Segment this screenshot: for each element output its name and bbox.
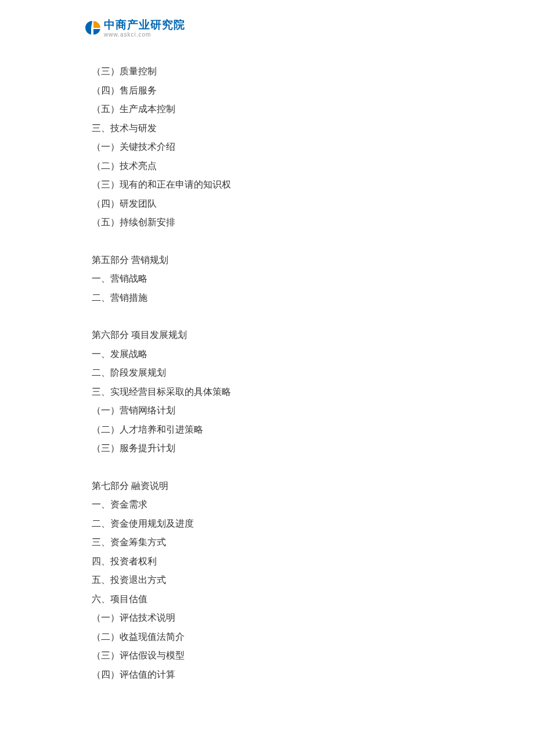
- toc-content: （三）质量控制 （四）售后服务 （五）生产成本控制 三、技术与研发 （一）关键技…: [92, 67, 452, 689]
- toc-item: 二、阶段发展规划: [92, 368, 452, 377]
- toc-item: （二）收益现值法简介: [92, 632, 452, 642]
- toc-item: （三）质量控制: [92, 67, 452, 76]
- toc-item: 四、投资者权利: [92, 557, 452, 566]
- toc-item: 三、实现经营目标采取的具体策略: [92, 387, 452, 397]
- toc-item: （三）评估假设与模型: [92, 651, 452, 660]
- toc-item: （四）研发团队: [92, 199, 452, 208]
- toc-item: （四）评估值的计算: [92, 670, 452, 679]
- toc-section-title: 第六部分 项目发展规划: [92, 330, 452, 340]
- toc-section-title: 第五部分 营销规划: [92, 255, 452, 265]
- toc-item: 三、资金筹集方式: [92, 538, 452, 547]
- toc-item: （三）服务提升计划: [92, 444, 452, 453]
- logo-text: 中商产业研究院 www.askci.com: [104, 17, 185, 38]
- toc-item: 二、营销措施: [92, 293, 452, 303]
- logo-name-cn: 中商产业研究院: [104, 17, 185, 33]
- toc-item: （三）现有的和正在申请的知识权: [92, 180, 452, 189]
- toc-item: （一）营销网络计划: [92, 406, 452, 415]
- toc-item: （一）评估技术说明: [92, 613, 452, 622]
- toc-item: 六、项目估值: [92, 595, 452, 604]
- toc-item: 一、营销战略: [92, 274, 452, 283]
- logo-icon: [83, 19, 102, 37]
- toc-item: （五）生产成本控制: [92, 105, 452, 114]
- toc-item: 一、发展战略: [92, 350, 452, 359]
- logo: 中商产业研究院 www.askci.com: [83, 17, 185, 38]
- toc-item: （一）关键技术介绍: [92, 142, 452, 152]
- logo-name-en: www.askci.com: [104, 31, 185, 38]
- toc-item: （二）技术亮点: [92, 161, 452, 171]
- toc-item: （四）售后服务: [92, 86, 452, 95]
- toc-item: 一、资金需求: [92, 500, 452, 509]
- toc-section-title: 第七部分 融资说明: [92, 481, 452, 491]
- toc-item: （五）持续创新安排: [92, 218, 452, 227]
- toc-item: （二）人才培养和引进策略: [92, 425, 452, 434]
- toc-item: 二、资金使用规划及进度: [92, 519, 452, 528]
- toc-item: 三、技术与研发: [92, 124, 452, 133]
- toc-item: 五、投资退出方式: [92, 575, 452, 585]
